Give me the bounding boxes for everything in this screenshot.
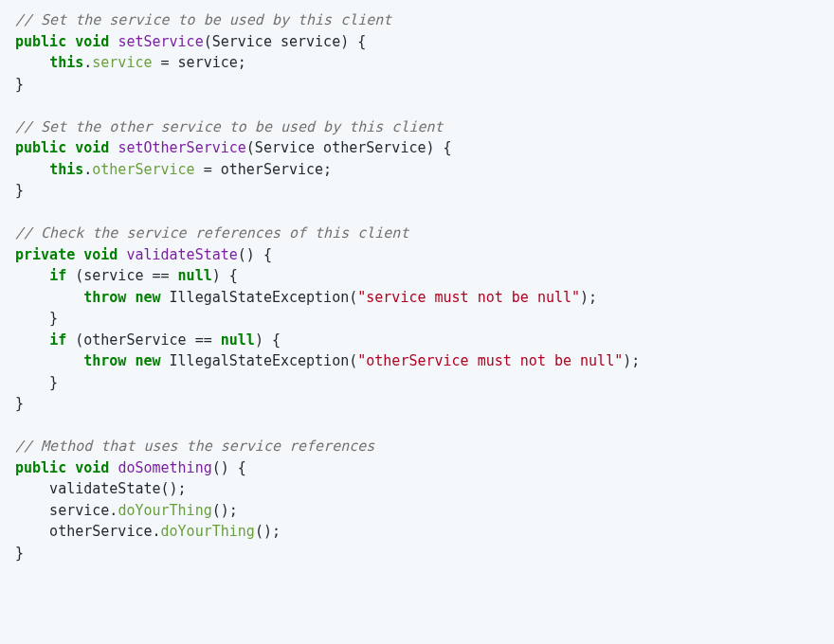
code-token-op <box>75 246 83 263</box>
code-token-kw: public <box>15 139 66 156</box>
code-token-kw: void <box>75 33 109 50</box>
code-token-op: (Service service) { <box>204 33 367 50</box>
code-token-op: } <box>15 545 24 562</box>
code-token-c: // Method that uses the service referenc… <box>15 438 374 455</box>
code-token-op: () { <box>238 246 272 263</box>
code-token-op: IllegalStateException( <box>161 289 358 306</box>
code-line: throw new IllegalStateException("service… <box>15 289 597 306</box>
code-line: private void validateState() { <box>15 246 272 263</box>
code-line: public void doSomething() { <box>15 459 246 476</box>
code-line: validateState(); <box>15 480 187 497</box>
code-token-op: (); <box>255 523 281 540</box>
code-token-op: ) { <box>255 331 281 349</box>
code-token-op: validateState(); <box>15 480 187 497</box>
code-token-op: (); <box>212 502 238 519</box>
code-token-kw: void <box>75 459 109 476</box>
code-token-nl: null <box>178 267 212 284</box>
code-token-op <box>15 289 83 306</box>
code-line: this.otherService = otherService; <box>15 161 332 178</box>
code-line: service.doYourThing(); <box>15 502 238 519</box>
code-line: public void setService(Service service) … <box>15 33 366 50</box>
code-token-op <box>15 267 49 284</box>
code-token-kw: new <box>135 352 160 369</box>
code-token-op: (otherService == <box>66 331 221 349</box>
code-token-kw: void <box>75 139 109 156</box>
code-token-op <box>15 161 49 178</box>
code-line: // Check the service references of this … <box>15 224 408 242</box>
code-token-op: } <box>15 374 58 391</box>
code-line: // Method that uses the service referenc… <box>15 438 374 455</box>
code-token-c: // Check the service references of this … <box>15 224 408 242</box>
code-token-op: () { <box>212 459 246 476</box>
code-line: // Set the other service to be used by t… <box>15 118 444 135</box>
code-token-kw: if <box>49 267 66 284</box>
code-line: public void setOtherService(Service othe… <box>15 139 452 156</box>
code-line: if (service == null) { <box>15 267 238 284</box>
code-token-op: . <box>83 161 92 178</box>
code-token-c: // Set the other service to be used by t… <box>15 118 444 135</box>
code-token-id: service <box>92 54 152 71</box>
code-line: otherService.doYourThing(); <box>15 523 281 540</box>
code-token-op: ); <box>580 289 597 306</box>
code-token-id: doYourThing <box>161 523 255 540</box>
code-token-op <box>15 54 49 71</box>
code-line: } <box>15 76 24 93</box>
code-token-kw: this <box>49 54 83 71</box>
code-token-id: doYourThing <box>118 502 211 519</box>
code-token-kw: throw <box>83 352 126 369</box>
code-token-kw: this <box>49 161 83 178</box>
code-token-kw: if <box>49 331 66 349</box>
code-token-kw: public <box>15 459 66 476</box>
code-token-op: = service; <box>153 54 246 71</box>
code-line: // Set the service to be used by this cl… <box>15 11 391 28</box>
code-token-kw: throw <box>83 289 126 306</box>
code-token-kw: private <box>15 246 75 263</box>
code-token-kw: void <box>83 246 118 263</box>
code-token-op: otherService. <box>15 523 161 540</box>
code-token-op: ); <box>623 352 640 369</box>
code-token-fn: setOtherService <box>118 139 245 156</box>
code-token-id: otherService <box>92 161 194 178</box>
code-token-op: (Service otherService) { <box>246 139 452 156</box>
code-token-op: ) { <box>212 267 238 284</box>
code-token-op: } <box>15 182 24 199</box>
code-line: throw new IllegalStateException("otherSe… <box>15 352 640 369</box>
code-line: } <box>15 182 24 199</box>
code-token-op <box>15 352 83 369</box>
code-token-fn: setService <box>118 33 203 50</box>
code-token-c: // Set the service to be used by this cl… <box>15 11 391 28</box>
code-token-op: service. <box>15 502 118 519</box>
code-token-str: "service must not be null" <box>357 289 580 306</box>
code-token-op: } <box>15 310 58 327</box>
code-line: this.service = service; <box>15 54 246 71</box>
code-line: } <box>15 310 58 327</box>
code-token-op: } <box>15 76 24 93</box>
code-token-kw: public <box>15 33 66 50</box>
code-token-op: = otherService; <box>195 161 333 178</box>
code-line: } <box>15 395 24 412</box>
code-token-nl: null <box>221 331 255 349</box>
code-token-kw: new <box>135 289 160 306</box>
code-token-op <box>66 139 75 156</box>
code-token-op: . <box>83 54 92 71</box>
code-token-op <box>66 33 75 50</box>
code-block: // Set the service to be used by this cl… <box>15 9 819 564</box>
code-line: } <box>15 374 58 391</box>
code-token-op: IllegalStateException( <box>161 352 358 369</box>
code-token-op <box>15 331 49 349</box>
code-token-fn: validateState <box>126 246 237 263</box>
code-token-fn: doSomething <box>118 459 211 476</box>
code-token-op <box>66 459 75 476</box>
code-token-op: (service == <box>66 267 177 284</box>
code-token-op: } <box>15 395 24 412</box>
code-line: } <box>15 545 24 562</box>
code-token-str: "otherService must not be null" <box>357 352 623 369</box>
code-line: if (otherService == null) { <box>15 331 281 349</box>
